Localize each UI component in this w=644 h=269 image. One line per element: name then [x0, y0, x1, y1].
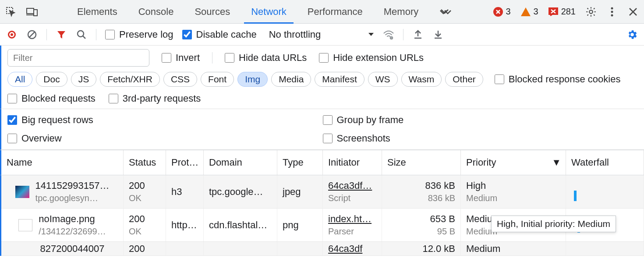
- type-all[interactable]: All: [7, 72, 32, 87]
- file-name: 827200044007: [40, 243, 105, 255]
- file-thumbnail: [15, 186, 29, 198]
- message-count[interactable]: 281: [548, 7, 576, 17]
- close-icon[interactable]: [627, 6, 639, 18]
- devtools-tabbar: Elements Console Sources Network Perform…: [0, 0, 644, 24]
- svg-point-7: [611, 7, 613, 9]
- message-count-value: 281: [561, 7, 576, 17]
- tab-performance[interactable]: Performance: [297, 0, 373, 23]
- big-rows[interactable]: Big request rows: [7, 114, 323, 126]
- clear-icon[interactable]: [26, 29, 38, 40]
- settings-gear-icon[interactable]: [626, 29, 638, 40]
- svg-rect-3: [34, 10, 37, 16]
- initiator-link[interactable]: index.ht…: [328, 213, 376, 225]
- wifi-icon[interactable]: [383, 29, 394, 40]
- waterfall-bar: [574, 191, 577, 201]
- sort-desc-icon: ▼: [552, 157, 561, 168]
- filter-input[interactable]: [7, 49, 149, 67]
- tab-elements[interactable]: Elements: [67, 0, 128, 23]
- col-type[interactable]: Type: [277, 150, 323, 175]
- col-name[interactable]: Name: [1, 150, 124, 175]
- tab-sources[interactable]: Sources: [184, 0, 241, 23]
- filter-bar: Invert Hide data URLs Hide extension URL…: [0, 46, 644, 109]
- type-wasm[interactable]: Wasm: [401, 72, 442, 87]
- error-count[interactable]: 3: [493, 7, 510, 17]
- tab-more[interactable]: [429, 0, 462, 23]
- file-host: /134122/32699…: [39, 227, 106, 237]
- svg-point-9: [611, 14, 613, 16]
- upload-icon[interactable]: [412, 29, 424, 40]
- third-party-requests[interactable]: 3rd-party requests: [109, 93, 201, 104]
- device-icon[interactable]: [26, 6, 38, 18]
- col-initiator[interactable]: Initiator: [323, 150, 382, 175]
- hide-data-urls[interactable]: Hide data URLs: [225, 52, 307, 64]
- kebab-icon[interactable]: [606, 6, 618, 18]
- priority-tooltip: High, Initial priority: Medium: [491, 216, 616, 232]
- hide-extension-urls[interactable]: Hide extension URLs: [319, 52, 424, 64]
- type-js[interactable]: JS: [71, 72, 97, 87]
- svg-rect-1: [27, 8, 34, 14]
- error-count-value: 3: [506, 7, 510, 17]
- group-by-frame[interactable]: Group by frame: [323, 114, 638, 126]
- table-row[interactable]: 141152993157…tpc.googlesyn… 200OK h3 tpc…: [1, 175, 644, 209]
- file-thumbnail: [18, 219, 32, 231]
- blocked-cookies[interactable]: Blocked response cookies: [495, 74, 621, 85]
- filter-icon[interactable]: [56, 29, 67, 40]
- overview[interactable]: Overview: [7, 133, 323, 144]
- table-row[interactable]: 827200044007 200 64ca3df 12.0 kB Medium: [1, 242, 644, 256]
- blocked-requests[interactable]: Blocked requests: [7, 93, 96, 104]
- col-waterfall[interactable]: Waterfall: [566, 150, 644, 175]
- svg-point-11: [78, 31, 84, 37]
- file-host: tpc.googlesyn…: [35, 193, 110, 203]
- type-media[interactable]: Media: [271, 72, 311, 87]
- search-icon[interactable]: [76, 29, 87, 40]
- type-xhr[interactable]: Fetch/XHR: [100, 72, 160, 87]
- preserve-log[interactable]: Preserve log: [105, 29, 173, 40]
- col-status[interactable]: Status: [124, 150, 166, 175]
- col-size[interactable]: Size: [382, 150, 461, 175]
- invert-checkbox[interactable]: Invert: [162, 52, 200, 64]
- throttling-select[interactable]: No throttling: [269, 29, 375, 40]
- tab-console[interactable]: Console: [128, 0, 184, 23]
- table-header: Name Status Prot… Domain Type Initiator …: [0, 150, 644, 175]
- gear-icon[interactable]: [585, 6, 597, 18]
- svg-point-6: [589, 10, 593, 14]
- file-name: 141152993157…: [35, 180, 110, 191]
- disable-cache[interactable]: Disable cache: [182, 29, 257, 40]
- warning-count[interactable]: 3: [520, 7, 538, 17]
- type-doc[interactable]: Doc: [36, 72, 67, 87]
- col-priority[interactable]: Priority▼: [461, 150, 566, 175]
- col-domain[interactable]: Domain: [204, 150, 277, 175]
- screenshots[interactable]: Screenshots: [323, 133, 638, 144]
- download-icon[interactable]: [432, 29, 444, 40]
- type-css[interactable]: CSS: [163, 72, 197, 87]
- type-ws[interactable]: WS: [368, 72, 398, 87]
- inspect-icon[interactable]: [5, 6, 17, 18]
- initiator-link[interactable]: 64ca3df…: [328, 180, 376, 191]
- initiator-link[interactable]: 64ca3df: [328, 243, 376, 255]
- type-other[interactable]: Other: [445, 72, 483, 87]
- request-table: 141152993157…tpc.googlesyn… 200OK h3 tpc…: [0, 175, 644, 256]
- type-img[interactable]: Img: [237, 72, 268, 87]
- col-protocol[interactable]: Prot…: [166, 150, 204, 175]
- file-name: noImage.png: [39, 213, 106, 225]
- type-font[interactable]: Font: [201, 72, 234, 87]
- svg-point-8: [611, 11, 613, 13]
- display-options: Big request rows Overview Group by frame…: [0, 109, 644, 150]
- record-icon[interactable]: [6, 29, 18, 40]
- network-controls: Preserve log Disable cache No throttling: [0, 24, 644, 46]
- tab-network[interactable]: Network: [241, 0, 297, 23]
- warning-count-value: 3: [534, 7, 538, 17]
- tab-memory[interactable]: Memory: [373, 0, 429, 23]
- type-manifest[interactable]: Manifest: [315, 72, 364, 87]
